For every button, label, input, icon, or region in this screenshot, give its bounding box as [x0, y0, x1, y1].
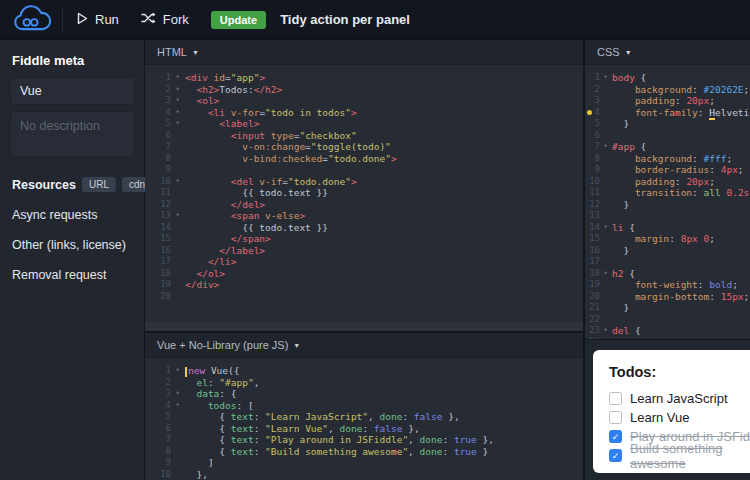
code-line[interactable]: 11 {{ todo.text }}: [145, 187, 583, 199]
code-line[interactable]: 18▾h2 {: [585, 268, 750, 280]
code-line[interactable]: 4▾ <li v-for="todo in todos">: [145, 107, 583, 119]
code-line[interactable]: 16 }: [585, 245, 750, 257]
code-line[interactable]: 9: [145, 164, 583, 176]
sidebar-item-async-requests[interactable]: Async requests: [12, 208, 132, 222]
code-line[interactable]: 22: [585, 314, 750, 326]
fork-button[interactable]: Fork: [141, 12, 189, 27]
fold-arrow-icon[interactable]: ▾: [171, 84, 184, 96]
resources-label[interactable]: Resources: [12, 178, 76, 192]
code-line[interactable]: 3▾ <ol>: [145, 95, 583, 107]
todo-item[interactable]: Learn Vue: [609, 408, 750, 427]
js-panel-header[interactable]: Vue + No-Library (pure JS) ▼: [145, 333, 583, 358]
code-line[interactable]: 8 background: #fff;: [585, 153, 750, 165]
run-button[interactable]: Run: [77, 12, 119, 28]
code-line[interactable]: 10 padding: 20px;: [585, 176, 750, 188]
code-line[interactable]: 2 background: #20262E;: [585, 84, 750, 96]
fiddle-description-textarea[interactable]: [10, 111, 135, 157]
fold-arrow-icon[interactable]: ▾: [600, 268, 611, 280]
html-panel-header[interactable]: HTML ▼: [145, 40, 583, 65]
code-line[interactable]: 6 <input type="checkbox": [145, 130, 583, 142]
code-line[interactable]: 2 el: "#app",: [145, 377, 583, 389]
code-line[interactable]: 19 font-weight: bold;: [585, 279, 750, 291]
code-line[interactable]: 1▾<div id="app">: [145, 72, 583, 84]
checkbox-checked-icon[interactable]: ✓: [609, 449, 622, 462]
code-line[interactable]: 7 { text: "Play around in JSFiddle", don…: [145, 434, 583, 446]
css-panel-header[interactable]: CSS ▼: [585, 40, 750, 65]
code-line[interactable]: 11 transition: all 0.2s;: [585, 187, 750, 199]
fold-arrow-icon[interactable]: ▾: [600, 325, 611, 337]
code-line[interactable]: 24 color: rgba(0, 0, 0, 0.3);: [585, 337, 750, 340]
code-line[interactable]: 6: [585, 130, 750, 142]
code-line[interactable]: 12 </del>: [145, 199, 583, 211]
code-line[interactable]: 8 v-bind:checked="todo.done">: [145, 153, 583, 165]
code-line[interactable]: 19</div>: [145, 279, 583, 291]
sidebar-item-removal-request[interactable]: Removal request: [12, 268, 132, 282]
code-line[interactable]: 10▾ <del v-if="todo.done">: [145, 176, 583, 188]
code-line[interactable]: 10 },: [145, 469, 583, 480]
code-line[interactable]: 15 margin: 8px 0;: [585, 233, 750, 245]
fold-arrow-icon[interactable]: ▾: [171, 176, 184, 188]
fold-arrow-icon[interactable]: ▾: [171, 400, 184, 412]
code-line[interactable]: 6 { text: "Learn Vue", done: false },: [145, 423, 583, 435]
sidebar-item-other-links-license[interactable]: Other (links, license): [12, 238, 132, 252]
fold-spacer: [600, 210, 611, 222]
fold-arrow-icon[interactable]: ▾: [171, 72, 184, 84]
fold-arrow-icon[interactable]: ▾: [171, 118, 184, 130]
todo-item[interactable]: ✓Build something awesome: [609, 446, 750, 465]
code-line[interactable]: 16 </label>: [145, 245, 583, 257]
todo-item[interactable]: Learn JavaScript: [609, 389, 750, 408]
code-line[interactable]: 8 { text: "Build something awesome", don…: [145, 446, 583, 458]
code-line[interactable]: 21 }: [585, 302, 750, 314]
code-line[interactable]: 1▾new Vue({: [145, 365, 583, 377]
tidy-action-label[interactable]: Tidy action per panel: [280, 12, 410, 27]
code-line[interactable]: 20 margin-bottom: 15px;: [585, 291, 750, 303]
line-number: 7: [145, 434, 171, 446]
code-line[interactable]: 18 </ol>: [145, 268, 583, 280]
lint-marker-icon: [587, 110, 592, 115]
fold-spacer: [171, 153, 184, 165]
code-line[interactable]: 5 { text: "Learn JavaScript", done: fals…: [145, 411, 583, 423]
code-line[interactable]: 23▾del {: [585, 325, 750, 337]
code-line[interactable]: 14▾li {: [585, 222, 750, 234]
code-line[interactable]: 4 font-family: Helvetica;: [585, 107, 750, 119]
code-line[interactable]: 1▾body {: [585, 72, 750, 84]
fold-arrow-icon[interactable]: ▾: [171, 365, 184, 377]
fold-arrow-icon[interactable]: ▾: [600, 222, 611, 234]
code-line[interactable]: 17 </li>: [145, 256, 583, 268]
fold-arrow-icon[interactable]: ▾: [171, 388, 184, 400]
code-line[interactable]: 14 {{ todo.text }}: [145, 222, 583, 234]
code-line[interactable]: 20: [145, 291, 583, 303]
checkbox-unchecked-icon[interactable]: [609, 411, 622, 424]
code-line[interactable]: 9 ]: [145, 457, 583, 469]
code-line[interactable]: 7▾#app {: [585, 141, 750, 153]
jsfiddle-logo[interactable]: [10, 5, 52, 35]
code-line[interactable]: 9 border-radius: 4px;: [585, 164, 750, 176]
code-line[interactable]: 12 }: [585, 199, 750, 211]
code-line[interactable]: 4▾ todos: [: [145, 400, 583, 412]
fold-arrow-icon[interactable]: ▾: [171, 210, 184, 222]
checkbox-checked-icon[interactable]: ✓: [609, 430, 622, 443]
code-line[interactable]: 13: [585, 210, 750, 222]
code-line[interactable]: 3 padding: 20px;: [585, 95, 750, 107]
css-code-editor[interactable]: 1▾body {2 background: #20262E;3 padding:…: [585, 65, 750, 339]
code-line[interactable]: 5▾ <label>: [145, 118, 583, 130]
fold-arrow-icon[interactable]: ▾: [600, 72, 611, 84]
fiddle-title-input[interactable]: [10, 77, 135, 105]
code-line[interactable]: 2▾ <h2>Todos:</h2>: [145, 84, 583, 96]
code-line[interactable]: 15 </span>: [145, 233, 583, 245]
code-line[interactable]: 3▾ data: {: [145, 388, 583, 400]
code-line[interactable]: 5 }: [585, 118, 750, 130]
js-code-editor[interactable]: 1▾new Vue({2 el: "#app",3▾ data: {4▾ tod…: [145, 358, 583, 480]
fold-arrow-icon[interactable]: ▾: [171, 95, 184, 107]
html-code-editor[interactable]: 1▾<div id="app">2▾ <h2>Todos:</h2>3▾ <ol…: [145, 65, 583, 331]
code-line[interactable]: 7 v-on:change="toggle(todo)": [145, 141, 583, 153]
code-line[interactable]: 13▾ <span v-else>: [145, 210, 583, 222]
update-badge[interactable]: Update: [211, 11, 266, 29]
resources-url-tab[interactable]: URL: [82, 177, 116, 192]
line-number: 13: [585, 210, 600, 222]
fold-arrow-icon[interactable]: ▾: [600, 141, 611, 153]
code-line[interactable]: 17: [585, 256, 750, 268]
checkbox-unchecked-icon[interactable]: [609, 392, 622, 405]
fold-arrow-icon[interactable]: ▾: [171, 107, 184, 119]
html-horizontal-scrollbar[interactable]: [145, 322, 583, 331]
